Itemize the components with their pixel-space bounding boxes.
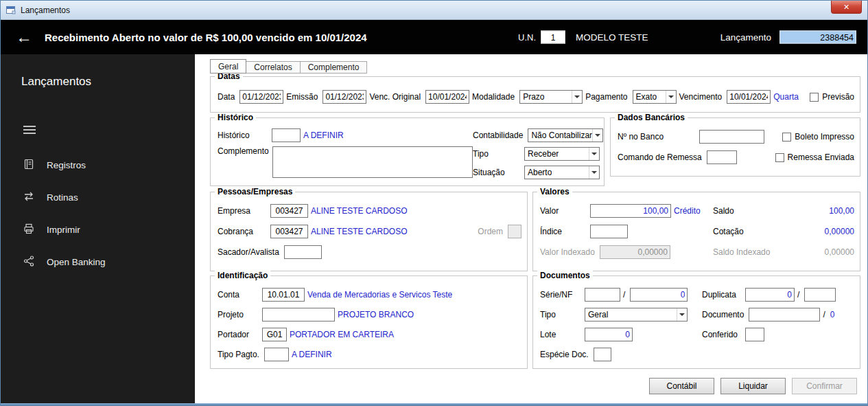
cotacao-label: Cotação	[713, 227, 744, 236]
tab-geral[interactable]: Geral	[210, 59, 246, 74]
sidebar-item-registros[interactable]: Registros	[1, 149, 195, 181]
tipo-select[interactable]: Receber	[524, 147, 600, 161]
conta-row: Conta Venda de Mercadorias e Servicos Te…	[218, 287, 521, 302]
n-banco-input[interactable]	[699, 130, 764, 144]
modelo-label: MODELO TESTE	[576, 32, 648, 43]
group-title-pessoas: Pessoas/Empresas	[215, 187, 295, 196]
chevron-down-icon	[572, 91, 582, 103]
liquidar-button[interactable]: Liquidar	[720, 378, 786, 394]
sacador-avalista-input[interactable]	[284, 245, 322, 259]
indice-label: Índice	[540, 227, 585, 236]
group-title-documentos: Documentos	[537, 271, 593, 280]
valor-moeda-label: Crédito	[674, 206, 701, 216]
complemento-row: Complemento	[218, 146, 473, 178]
ordem-input	[508, 225, 521, 238]
confirmar-button[interactable]: Confirmar	[792, 378, 857, 394]
chevron-down-icon	[589, 148, 599, 160]
hamburger-menu-icon[interactable]	[23, 126, 36, 134]
vencimento-label: Vencimento	[679, 92, 723, 102]
boleto-impresso-checkbox[interactable]: Boleto Impresso	[782, 132, 854, 142]
conta-code-input[interactable]	[262, 288, 305, 302]
group-title-valores: Valores	[537, 187, 572, 196]
data-input[interactable]	[239, 90, 283, 104]
sidebar-item-label: Rotinas	[47, 192, 78, 203]
modalidade-select[interactable]: Prazo	[519, 90, 583, 104]
complemento-label: Complemento	[218, 146, 268, 156]
tipo-value: Receber	[528, 149, 559, 159]
indexado-row: Valor Indexado Saldo Indexado 0,00000	[540, 245, 854, 260]
conferido-input[interactable]	[745, 328, 764, 341]
projeto-row: Projeto PROJETO BRANCO	[218, 307, 521, 322]
situacao-select[interactable]: Aberto	[524, 166, 600, 179]
window-title: Lançamentos	[21, 5, 70, 15]
group-title-historico: Histórico	[215, 113, 256, 122]
modalidade-value: Prazo	[523, 92, 544, 102]
emissao-input[interactable]	[322, 90, 366, 104]
un-input[interactable]	[541, 31, 565, 44]
historico-row: Histórico A DEFINIR	[218, 128, 473, 143]
tipo-doc-select[interactable]: Geral	[585, 308, 688, 322]
valor-input[interactable]	[590, 204, 671, 218]
sidebar-item-rotinas[interactable]: Rotinas	[1, 181, 195, 214]
close-button[interactable]: ✕	[831, 1, 862, 14]
weekday-label: Quarta	[773, 92, 799, 102]
contabil-button[interactable]: Contábil	[649, 378, 714, 394]
sidebar-menu: Registros Rotinas Imprimir	[1, 149, 195, 278]
tab-complemento[interactable]: Complemento	[300, 61, 368, 74]
tipo-doc-label: Tipo	[540, 310, 580, 319]
lote-input[interactable]	[585, 328, 633, 341]
portador-code-input[interactable]	[262, 328, 287, 341]
group-title-dados-bancarios: Dados Bancários	[615, 113, 688, 122]
situacao-row: Situação Aberto	[473, 165, 603, 180]
historico-code-input[interactable]	[272, 128, 301, 142]
especie-doc-input[interactable]	[594, 348, 611, 361]
tab-correlatos[interactable]: Correlatos	[246, 61, 300, 74]
projeto-code-input[interactable]	[262, 308, 335, 322]
pagamento-select[interactable]: Exato	[633, 90, 677, 104]
sidebar-item-imprimir[interactable]: Imprimir	[1, 214, 195, 246]
lancamento-input[interactable]	[779, 31, 856, 44]
venc-original-label: Venc. Original	[369, 92, 421, 102]
duplicata2-input[interactable]	[804, 288, 836, 302]
back-button[interactable]: ←	[16, 29, 32, 45]
comando-remessa-label: Comando de Remessa	[618, 153, 702, 162]
venc-original-input[interactable]	[425, 90, 469, 104]
remessa-enviada-checkbox[interactable]: Remessa Enviada	[775, 153, 854, 162]
sidebar-item-label: Open Banking	[47, 257, 106, 267]
cobranca-code-input[interactable]	[270, 225, 308, 238]
duplicata-separator: /	[797, 290, 799, 300]
comando-remessa-input[interactable]	[707, 150, 737, 164]
sidebar-item-open-banking[interactable]: Open Banking	[1, 246, 195, 278]
valor-indexado-label: Valor Indexado	[540, 247, 595, 257]
group-historico: Histórico Histórico A DEFINIR Complement…	[210, 117, 605, 186]
conta-name: Venda de Mercadorias e Servicos Teste	[307, 290, 452, 300]
group-pessoas-empresas: Pessoas/Empresas Empresa ALINE TESTE CAR…	[210, 192, 528, 271]
complemento-textarea[interactable]	[272, 146, 473, 178]
duplicata-input[interactable]	[745, 288, 795, 302]
chevron-down-icon	[677, 308, 687, 321]
tipo-pagto-code-input[interactable]	[264, 348, 289, 361]
situacao-label: Situação	[473, 168, 519, 177]
saldo-value: 100,00	[829, 206, 854, 216]
contabilidade-select[interactable]: Não Contabilizar	[528, 128, 603, 142]
modalidade-label: Modalidade	[472, 92, 515, 102]
serie-input[interactable]	[585, 288, 620, 302]
n-banco-row: Nº no Banco Boleto Impresso	[618, 129, 854, 144]
vencimento-input[interactable]	[727, 90, 771, 104]
empresa-row: Empresa ALINE TESTE CARDOSO	[218, 203, 521, 218]
especie-doc-label: Espécie Doc.	[540, 350, 589, 359]
saldo-label: Saldo	[713, 206, 734, 216]
tipo-pagto-row: Tipo Pagto. A DEFINIR	[218, 347, 521, 362]
indice-input[interactable]	[590, 225, 628, 238]
saldo-indexado-label: Saldo Indexado	[713, 247, 770, 257]
documento-input[interactable]	[749, 308, 820, 322]
nf-input[interactable]	[630, 288, 688, 302]
checkbox-box	[775, 153, 784, 162]
empresa-code-input[interactable]	[270, 204, 308, 218]
previsao-checkbox[interactable]: Previsão	[810, 92, 854, 102]
group-title-identificacao: Identificação	[215, 271, 270, 280]
valor-label: Valor	[540, 206, 585, 216]
datas-row: Data Emissão Venc. Original Modalidade P…	[218, 89, 854, 104]
main-content: Geral Correlatos Complemento Datas Data …	[195, 54, 867, 403]
especie-row: Espécie Doc.	[540, 347, 854, 362]
